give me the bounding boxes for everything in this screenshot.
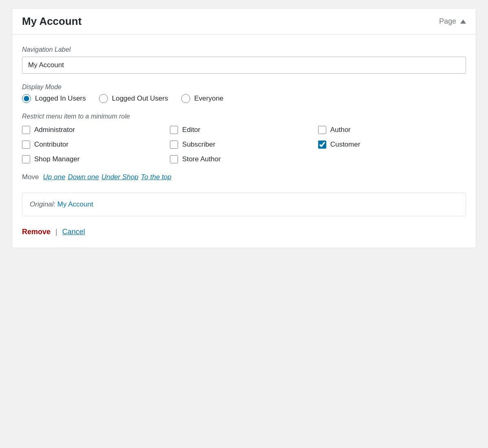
- radio-logged-in[interactable]: Logged In Users: [22, 94, 86, 103]
- panel-header: My Account Page: [12, 9, 476, 35]
- role-checkbox-grid: Administrator Editor Author Contributor: [22, 126, 466, 163]
- panel-title: My Account: [22, 15, 81, 28]
- checkbox-administrator-input[interactable]: [22, 126, 30, 134]
- move-up-one-button[interactable]: Up one: [43, 173, 66, 181]
- radio-logged-out-input[interactable]: [99, 94, 108, 103]
- radio-logged-out-label: Logged Out Users: [112, 94, 168, 103]
- panel-body: Navigation Label Display Mode Logged In …: [12, 35, 476, 248]
- checkbox-editor-label: Editor: [182, 126, 200, 134]
- empty-cell: [318, 155, 466, 163]
- radio-logged-in-label: Logged In Users: [35, 94, 86, 103]
- checkbox-editor-input[interactable]: [170, 126, 178, 134]
- checkbox-customer[interactable]: Customer: [318, 141, 466, 149]
- checkbox-author[interactable]: Author: [318, 126, 466, 134]
- restrict-role-label: Restrict menu item to a minimum role: [22, 113, 466, 120]
- checkbox-store-author-label: Store Author: [182, 155, 221, 163]
- move-row: Move Up one Down one Under Shop To the t…: [22, 173, 466, 181]
- checkbox-shop-manager-label: Shop Manager: [34, 155, 80, 163]
- radio-everyone-label: Everyone: [194, 94, 224, 103]
- move-to-top-button[interactable]: To the top: [141, 173, 171, 181]
- checkbox-customer-input[interactable]: [318, 141, 326, 149]
- checkbox-subscriber[interactable]: Subscriber: [170, 141, 318, 149]
- checkbox-store-author-input[interactable]: [170, 155, 178, 163]
- move-label: Move: [22, 173, 39, 181]
- menu-item-panel: My Account Page Navigation Label Display…: [12, 8, 476, 248]
- checkbox-author-input[interactable]: [318, 126, 326, 134]
- display-mode-radio-group: Logged In Users Logged Out Users Everyon…: [22, 94, 466, 103]
- navigation-label-input[interactable]: [22, 57, 466, 74]
- checkbox-editor[interactable]: Editor: [170, 126, 318, 134]
- radio-everyone[interactable]: Everyone: [181, 94, 224, 103]
- move-down-one-button[interactable]: Down one: [68, 173, 99, 181]
- original-box: Original: My Account: [22, 193, 466, 216]
- checkbox-subscriber-input[interactable]: [170, 141, 178, 149]
- action-separator: |: [55, 228, 57, 236]
- navigation-label-group: Navigation Label: [22, 46, 466, 74]
- radio-logged-in-input[interactable]: [22, 94, 31, 103]
- checkbox-customer-label: Customer: [330, 141, 361, 149]
- checkbox-contributor-label: Contributor: [34, 141, 68, 149]
- checkbox-shop-manager-input[interactable]: [22, 155, 30, 163]
- navigation-label-label: Navigation Label: [22, 46, 466, 53]
- checkbox-author-label: Author: [330, 126, 351, 134]
- restrict-role-group: Restrict menu item to a minimum role Adm…: [22, 113, 466, 163]
- move-under-shop-button[interactable]: Under Shop: [101, 173, 138, 181]
- display-mode-group: Display Mode Logged In Users Logged Out …: [22, 83, 466, 103]
- checkbox-contributor[interactable]: Contributor: [22, 141, 170, 149]
- original-link[interactable]: My Account: [57, 200, 93, 208]
- checkbox-shop-manager[interactable]: Shop Manager: [22, 155, 170, 163]
- radio-everyone-input[interactable]: [181, 94, 190, 103]
- checkbox-subscriber-label: Subscriber: [182, 141, 215, 149]
- checkbox-administrator-label: Administrator: [34, 126, 75, 134]
- remove-button[interactable]: Remove: [22, 228, 51, 236]
- page-label: Page: [439, 17, 456, 26]
- checkbox-store-author[interactable]: Store Author: [170, 155, 318, 163]
- cancel-button[interactable]: Cancel: [62, 228, 85, 236]
- original-label: Original:: [30, 200, 55, 208]
- action-row: Remove | Cancel: [22, 228, 466, 236]
- radio-logged-out[interactable]: Logged Out Users: [99, 94, 168, 103]
- panel-header-right: Page: [439, 17, 466, 26]
- display-mode-label: Display Mode: [22, 83, 466, 91]
- checkbox-administrator[interactable]: Administrator: [22, 126, 170, 134]
- collapse-icon[interactable]: [460, 20, 466, 24]
- checkbox-contributor-input[interactable]: [22, 141, 30, 149]
